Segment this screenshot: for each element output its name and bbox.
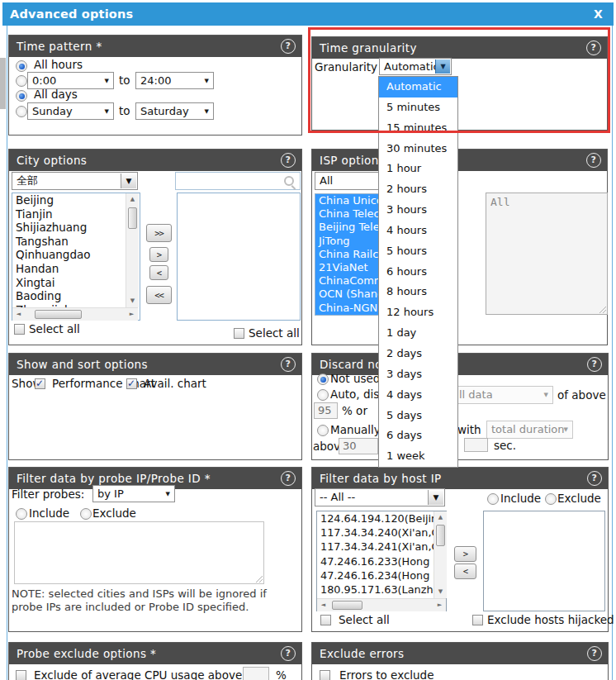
- host-target-list[interactable]: [483, 511, 605, 611]
- data-range-select[interactable]: ll data▼: [454, 386, 553, 404]
- help-icon[interactable]: ?: [281, 39, 296, 54]
- city-list-item[interactable]: Beijing: [12, 193, 140, 207]
- host-include-radio[interactable]: [487, 493, 499, 505]
- help-icon[interactable]: ?: [586, 153, 601, 168]
- chevron-down-icon[interactable]: ▼: [121, 174, 136, 188]
- help-icon[interactable]: ?: [587, 471, 602, 486]
- granularity-option[interactable]: 4 hours: [379, 221, 457, 241]
- above-input[interactable]: 30: [339, 438, 378, 454]
- granularity-option[interactable]: Automatic: [379, 77, 457, 97]
- host-exclude-radio[interactable]: [545, 493, 557, 505]
- city-target-list[interactable]: [177, 193, 301, 321]
- granularity-option[interactable]: 3 days: [379, 364, 457, 385]
- granularity-option[interactable]: 1 day: [379, 323, 457, 344]
- move-all-right-button[interactable]: >>: [146, 224, 172, 242]
- cpu-threshold-input[interactable]: [243, 667, 269, 680]
- manual-radio[interactable]: [317, 425, 329, 436]
- seconds-input[interactable]: [464, 438, 488, 452]
- help-icon[interactable]: ?: [586, 40, 601, 55]
- granularity-option[interactable]: 12 hours: [379, 302, 457, 323]
- scroll-thumb[interactable]: [436, 525, 445, 546]
- granularity-option[interactable]: 5 hours: [379, 241, 457, 262]
- scroll-down-icon[interactable]: ▼: [126, 295, 139, 307]
- granularity-option[interactable]: 2 days: [379, 344, 457, 364]
- exclude-hijacked-checkbox[interactable]: [472, 615, 483, 625]
- granularity-option[interactable]: 6 days: [379, 426, 457, 446]
- city-target-select-all-checkbox[interactable]: [234, 328, 244, 339]
- host-move-left-button[interactable]: <: [454, 563, 476, 579]
- all-hours-radio[interactable]: [16, 60, 27, 72]
- avail-chart-checkbox[interactable]: [126, 378, 137, 389]
- host-list-item[interactable]: 47.246.16.234(Hong Ko: [317, 568, 446, 583]
- scroll-up-icon[interactable]: ▲: [434, 511, 447, 524]
- city-list-vscrollbar[interactable]: ▲ ▼: [126, 193, 139, 307]
- percent-input[interactable]: 95: [314, 402, 338, 419]
- scroll-thumb[interactable]: [128, 207, 137, 229]
- host-list-item[interactable]: 47.246.16.233(Hong Ko: [317, 554, 446, 568]
- isp-summary-textarea[interactable]: All: [486, 193, 608, 315]
- granularity-option[interactable]: 15 minutes: [379, 118, 457, 139]
- city-search-input[interactable]: [175, 172, 301, 190]
- scroll-down-icon[interactable]: ▼: [434, 586, 447, 598]
- chevron-down-icon[interactable]: ▼: [435, 59, 450, 74]
- city-list-item[interactable]: Tianjin: [12, 207, 140, 221]
- hour-from-select[interactable]: 0:00▼: [27, 72, 114, 89]
- scroll-thumb[interactable]: [332, 601, 362, 610]
- help-icon[interactable]: ?: [587, 646, 602, 661]
- granularity-option[interactable]: 5 minutes: [379, 97, 457, 118]
- scroll-right-icon[interactable]: ►: [126, 308, 138, 321]
- host-source-list[interactable]: 124.64.194.120(Beijing117.34.34.240(Xi'a…: [316, 511, 447, 611]
- scroll-left-icon[interactable]: ◄: [12, 308, 25, 321]
- granularity-option[interactable]: 4 days: [379, 385, 457, 406]
- city-source-list[interactable]: BeijingTianjinShijiazhuangTangshanQinhua…: [12, 193, 140, 321]
- move-all-left-button[interactable]: <<: [146, 286, 172, 304]
- city-list-hscrollbar[interactable]: ◄ ►: [12, 307, 138, 321]
- all-days-radio[interactable]: [16, 90, 27, 102]
- granularity-option[interactable]: 8 hours: [379, 282, 457, 302]
- host-select-all-checkbox[interactable]: [320, 615, 331, 625]
- city-list-item[interactable]: Xingtai: [12, 276, 140, 290]
- city-list-item[interactable]: Handan: [12, 262, 140, 276]
- scroll-thumb[interactable]: [35, 310, 82, 319]
- help-icon[interactable]: ?: [281, 357, 296, 372]
- granularity-option[interactable]: 6 hours: [379, 262, 457, 283]
- move-left-button[interactable]: <: [149, 265, 168, 280]
- help-icon[interactable]: ?: [587, 357, 602, 372]
- resize-grip-icon[interactable]: [254, 574, 263, 583]
- probe-mode-select[interactable]: by IP▼: [92, 485, 175, 502]
- granularity-dropdown-list[interactable]: Automatic5 minutes15 minutes30 minutes1 …: [378, 76, 458, 468]
- city-list-item[interactable]: Shijiazhuang: [12, 221, 140, 235]
- host-list-item[interactable]: 117.34.34.241(Xi'an,Ch: [317, 540, 446, 554]
- host-list-hscrollbar[interactable]: ◄ ►: [317, 598, 446, 611]
- host-list-item[interactable]: 180.95.171.63(Lanzhou: [317, 583, 446, 597]
- granularity-select[interactable]: Automatic ▼: [379, 58, 452, 75]
- hour-to-select[interactable]: 24:00▼: [135, 72, 214, 89]
- resize-grip-icon[interactable]: [598, 305, 606, 313]
- granularity-option[interactable]: 1 week: [379, 446, 457, 467]
- hour-range-radio[interactable]: [16, 75, 27, 87]
- probe-include-radio[interactable]: [16, 508, 27, 520]
- host-list-item[interactable]: 117.34.34.240(Xi'an,Ch: [317, 525, 446, 540]
- host-list-item[interactable]: 124.64.194.120(Beijing: [317, 511, 446, 525]
- duration-select[interactable]: total duration▼: [486, 421, 573, 439]
- granularity-option[interactable]: 2 hours: [379, 179, 457, 200]
- not-used-radio[interactable]: [317, 373, 329, 385]
- day-range-radio[interactable]: [16, 106, 27, 117]
- granularity-option[interactable]: 1 hour: [379, 159, 457, 179]
- scroll-left-icon[interactable]: ◄: [317, 599, 329, 611]
- chevron-down-icon[interactable]: ▼: [428, 490, 443, 505]
- scroll-up-icon[interactable]: ▲: [126, 193, 139, 206]
- city-list-item[interactable]: Tangshan: [12, 235, 140, 249]
- day-to-select[interactable]: Saturday▼: [135, 102, 214, 120]
- city-select-all-checkbox[interactable]: [14, 324, 25, 335]
- close-icon[interactable]: X: [594, 2, 603, 26]
- auto-discard-radio[interactable]: [317, 389, 329, 401]
- scroll-right-icon[interactable]: ►: [434, 599, 446, 611]
- dialog-title-bar[interactable]: Advanced options X: [2, 2, 614, 26]
- probe-exclude-radio[interactable]: [80, 508, 92, 520]
- probe-ip-textarea[interactable]: [14, 521, 264, 584]
- help-icon[interactable]: ?: [281, 153, 296, 168]
- help-icon[interactable]: ?: [281, 471, 296, 486]
- city-list-item[interactable]: Qinhuangdao: [12, 248, 140, 262]
- granularity-option[interactable]: 5 days: [379, 406, 457, 426]
